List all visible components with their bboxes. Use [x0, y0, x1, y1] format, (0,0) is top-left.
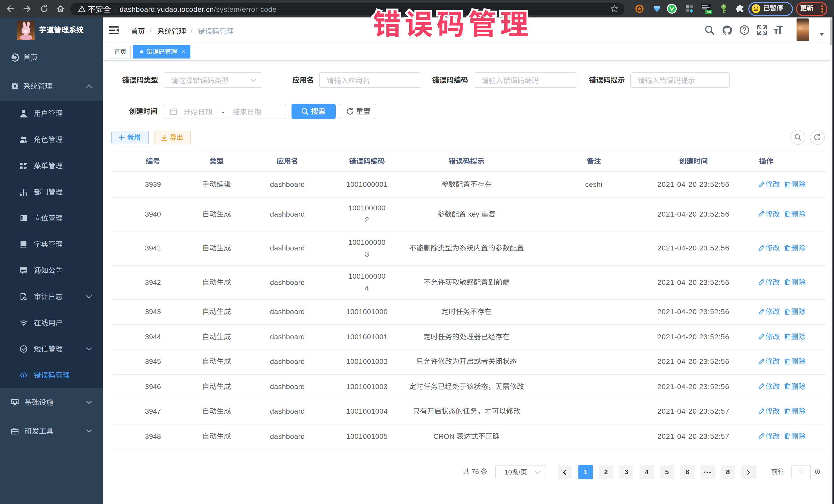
svg-text:错误码管理: 错误码管理 [373, 4, 532, 43]
svg-text:on: on [706, 10, 711, 14]
